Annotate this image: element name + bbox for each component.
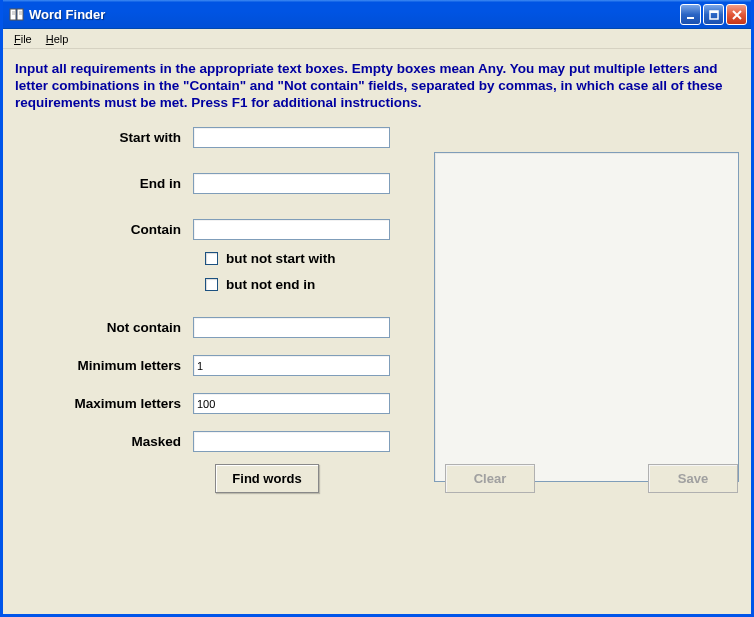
contain-input[interactable] xyxy=(193,219,390,240)
find-words-button[interactable]: Find words xyxy=(215,464,319,493)
app-window: Word Finder File Help Input all requirem… xyxy=(0,0,754,617)
maximum-letters-input[interactable] xyxy=(193,393,390,414)
masked-label: Masked xyxy=(15,434,193,449)
end-in-input[interactable] xyxy=(193,173,390,194)
end-in-label: End in xyxy=(15,176,193,191)
maximize-button[interactable] xyxy=(703,4,724,25)
menu-help[interactable]: Help xyxy=(39,31,76,47)
but-not-start-with-label: but not start with xyxy=(226,251,335,266)
minimum-letters-label: Minimum letters xyxy=(15,358,193,373)
but-not-end-in-label: but not end in xyxy=(226,277,315,292)
results-listbox[interactable] xyxy=(434,152,739,482)
not-contain-input[interactable] xyxy=(193,317,390,338)
menubar: File Help xyxy=(3,29,751,49)
form-area: Start with End in Contain but not start … xyxy=(15,122,739,498)
contain-label: Contain xyxy=(15,222,193,237)
save-button[interactable]: Save xyxy=(648,464,738,493)
start-with-input[interactable] xyxy=(193,127,390,148)
app-icon xyxy=(9,7,25,23)
svg-rect-1 xyxy=(17,9,23,20)
menu-file[interactable]: File xyxy=(7,31,39,47)
content-area: Input all requirements in the appropriat… xyxy=(3,49,751,614)
minimize-button[interactable] xyxy=(680,4,701,25)
maximum-letters-label: Maximum letters xyxy=(15,396,193,411)
minimum-letters-input[interactable] xyxy=(193,355,390,376)
window-title: Word Finder xyxy=(29,7,680,22)
clear-button[interactable]: Clear xyxy=(445,464,535,493)
but-not-end-in-checkbox[interactable] xyxy=(205,278,218,291)
start-with-label: Start with xyxy=(15,130,193,145)
but-not-start-with-checkbox[interactable] xyxy=(205,252,218,265)
svg-rect-0 xyxy=(10,9,16,20)
titlebar[interactable]: Word Finder xyxy=(3,0,751,29)
svg-rect-6 xyxy=(687,17,694,19)
close-button[interactable] xyxy=(726,4,747,25)
not-contain-label: Not contain xyxy=(15,320,193,335)
window-controls xyxy=(680,4,747,25)
masked-input[interactable] xyxy=(193,431,390,452)
svg-rect-8 xyxy=(710,11,718,13)
instructions-text: Input all requirements in the appropriat… xyxy=(15,61,739,112)
